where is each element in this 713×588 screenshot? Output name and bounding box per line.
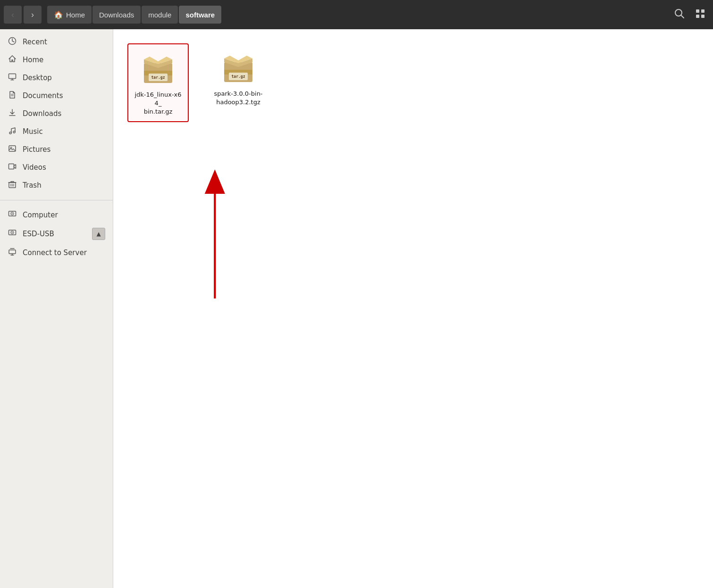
file-item-jdk[interactable]: tar.gz jdk-16_linux-x64_bin.tar.gz (127, 43, 189, 122)
sidebar-item-trash-label: Trash (23, 181, 105, 190)
svg-rect-4 (696, 15, 699, 18)
forward-button[interactable]: › (24, 6, 42, 24)
sidebar-item-downloads-label: Downloads (23, 109, 105, 118)
breadcrumb-module-label: module (148, 11, 171, 19)
svg-text:tar.gz: tar.gz (232, 75, 245, 79)
svg-rect-3 (701, 9, 705, 13)
toolbar: ‹ › 🏠 Home Downloads module software (0, 0, 713, 29)
eject-icon: ▲ (96, 231, 101, 237)
eject-button[interactable]: ▲ (92, 228, 105, 240)
sidebar-item-connect-server[interactable]: Connect to Server (0, 244, 113, 262)
breadcrumb-home[interactable]: 🏠 Home (47, 6, 92, 24)
sidebar-item-documents[interactable]: Documents (0, 87, 113, 105)
breadcrumb-software[interactable]: software (179, 6, 221, 24)
home-sidebar-icon (8, 55, 17, 65)
sidebar-section-devices: Computer ESD-USB ▲ (0, 202, 113, 265)
svg-text:tar.gz: tar.gz (151, 75, 165, 80)
sidebar-item-computer[interactable]: Computer (0, 206, 113, 224)
sidebar-item-recent-label: Recent (23, 38, 105, 46)
sidebar-item-esd-usb-label: ESD-USB (23, 230, 86, 238)
search-button[interactable] (671, 6, 688, 24)
sidebar-item-home[interactable]: Home (0, 51, 113, 69)
sidebar-item-desktop[interactable]: Desktop (0, 69, 113, 87)
svg-point-22 (12, 213, 13, 214)
file-item-spark[interactable]: tar.gz spark-3.0.0-bin-hadoop3.2.tgz (208, 43, 269, 111)
sidebar-item-pictures[interactable]: Pictures (0, 141, 113, 158)
breadcrumb-downloads-label: Downloads (99, 11, 134, 19)
svg-line-1 (681, 15, 684, 18)
esd-usb-icon (8, 229, 17, 239)
svg-rect-5 (701, 15, 705, 18)
sidebar-item-trash[interactable]: Trash (0, 176, 113, 194)
grid-menu-icon (696, 9, 705, 21)
file-grid: tar.gz jdk-16_linux-x64_bin.tar.gz tar.g… (127, 43, 699, 122)
sidebar-item-desktop-label: Desktop (23, 74, 105, 82)
svg-point-25 (12, 232, 13, 233)
tgz-icon-jdk: tar.gz (139, 49, 177, 87)
sidebar-item-documents-label: Documents (23, 91, 105, 100)
sidebar-item-videos-label: Videos (23, 163, 105, 172)
sidebar-divider (0, 200, 113, 200)
back-button[interactable]: ‹ (4, 6, 22, 24)
file-label-jdk: jdk-16_linux-x64_bin.tar.gz (133, 91, 183, 116)
sidebar-item-videos[interactable]: Videos (0, 158, 113, 176)
search-icon (674, 8, 685, 21)
sidebar-item-computer-label: Computer (23, 211, 105, 219)
sidebar-item-downloads[interactable]: Downloads (0, 105, 113, 123)
svg-rect-26 (9, 250, 16, 254)
forward-icon: › (31, 10, 34, 20)
sidebar-section-places: Recent Home Desktop (0, 29, 113, 198)
file-label-spark: spark-3.0.0-bin-hadoop3.2.tgz (214, 90, 262, 107)
sidebar-item-music[interactable]: Music (0, 123, 113, 141)
breadcrumb-home-label: Home (66, 11, 85, 19)
back-icon: ‹ (11, 10, 14, 20)
sidebar-item-home-label: Home (23, 56, 105, 64)
music-icon (8, 126, 17, 137)
toolbar-right (671, 6, 709, 24)
pictures-icon (8, 144, 17, 155)
sidebar: Recent Home Desktop (0, 29, 113, 588)
connect-server-icon (8, 248, 17, 258)
svg-rect-2 (696, 9, 699, 13)
home-icon: 🏠 (54, 10, 63, 19)
computer-icon (8, 210, 17, 220)
desktop-icon (8, 73, 17, 83)
breadcrumb-downloads[interactable]: Downloads (92, 6, 141, 24)
documents-icon (8, 91, 17, 101)
sidebar-item-esd-usb[interactable]: ESD-USB ▲ (0, 224, 113, 244)
svg-point-11 (9, 132, 11, 134)
trash-icon (8, 180, 17, 190)
view-menu-button[interactable] (691, 6, 709, 24)
videos-icon (8, 162, 17, 173)
sidebar-item-recent[interactable]: Recent (0, 33, 113, 51)
downloads-icon (8, 108, 17, 119)
sidebar-item-connect-server-label: Connect to Server (23, 248, 105, 257)
svg-rect-15 (9, 164, 14, 169)
svg-point-14 (10, 147, 12, 149)
file-area: tar.gz jdk-16_linux-x64_bin.tar.gz tar.g… (113, 29, 713, 588)
sidebar-item-pictures-label: Pictures (23, 145, 105, 154)
svg-rect-7 (9, 74, 16, 79)
breadcrumb: 🏠 Home Downloads module software (47, 6, 665, 24)
tgz-icon-spark: tar.gz (219, 48, 257, 86)
main-content: Recent Home Desktop (0, 29, 713, 588)
svg-point-12 (13, 131, 15, 133)
recent-icon (8, 37, 17, 47)
breadcrumb-module[interactable]: module (142, 6, 178, 24)
breadcrumb-software-label: software (185, 11, 215, 19)
sidebar-item-music-label: Music (23, 127, 105, 136)
